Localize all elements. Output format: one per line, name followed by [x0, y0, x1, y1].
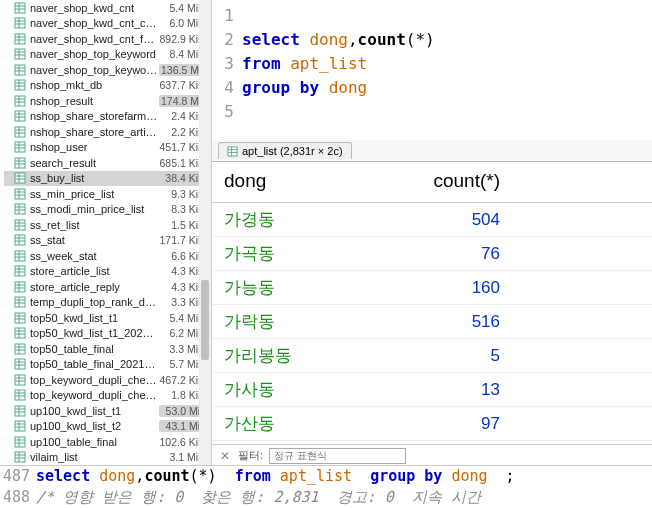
svg-rect-8: [15, 34, 25, 44]
table-item[interactable]: vilaim_list3.1 MiB: [4, 450, 211, 466]
table-icon: [14, 389, 26, 401]
table-item[interactable]: naver_shop_kwd_cnt_fashion892.9 KiB: [4, 31, 211, 47]
result-row[interactable]: 가경동504: [212, 203, 652, 237]
close-icon[interactable]: ✕: [218, 449, 232, 463]
table-item[interactable]: top_keyword_dupli_check_t...1.8 KiB: [4, 388, 211, 404]
svg-rect-36: [15, 142, 25, 152]
table-item[interactable]: nshop_result174.8 MiB: [4, 93, 211, 109]
result-header-col-2[interactable]: count(*): [342, 162, 512, 202]
svg-rect-72: [15, 282, 25, 292]
table-label: naver_shop_kwd_cnt_cust: [30, 17, 159, 29]
table-item[interactable]: naver_shop_kwd_cnt_cust6.0 MiB: [4, 16, 211, 32]
table-item[interactable]: naver_shop_top_keyword8.4 MiB: [4, 47, 211, 63]
table-item[interactable]: top_keyword_dupli_check_t...467.2 KiB: [4, 372, 211, 388]
table-label: nshop_result: [30, 95, 159, 107]
table-item[interactable]: nshop_user451.7 KiB: [4, 140, 211, 156]
table-label: ss_stat: [30, 234, 159, 246]
code-content[interactable]: [242, 100, 652, 124]
table-item[interactable]: top50_table_final3.3 MiB: [4, 341, 211, 357]
table-label: nshop_mkt_db: [30, 79, 159, 91]
code-content[interactable]: select dong,count(*): [242, 28, 652, 52]
code-content[interactable]: [242, 4, 652, 28]
filter-input[interactable]: [269, 448, 406, 464]
result-row[interactable]: 가능동160: [212, 271, 652, 305]
svg-rect-92: [15, 359, 25, 369]
scrollbar-thumb[interactable]: [201, 280, 209, 360]
table-icon: [14, 343, 26, 355]
result-row[interactable]: 가산동97: [212, 407, 652, 441]
svg-rect-104: [15, 406, 25, 416]
table-item[interactable]: up100_table_final102.6 KiB: [4, 434, 211, 450]
table-item[interactable]: nshop_share_store_article_r...2.2 KiB: [4, 124, 211, 140]
table-item[interactable]: ss_ret_list1.5 KiB: [4, 217, 211, 233]
editor-line: 2select dong,count(*): [212, 28, 652, 52]
table-item[interactable]: up100_kwd_list_t243.1 MiB: [4, 419, 211, 435]
editor-line: 1: [212, 4, 652, 28]
table-item[interactable]: top50_kwd_list_t15.4 MiB: [4, 310, 211, 326]
table-item[interactable]: naver_shop_top_keyword_2...136.5 MiB: [4, 62, 211, 78]
table-item[interactable]: ss_buy_list38.4 KiB: [4, 171, 211, 187]
result-tab[interactable]: apt_list (2,831r × 2c): [218, 142, 352, 159]
result-row[interactable]: 가리봉동5: [212, 339, 652, 373]
filter-label: 필터:: [238, 448, 263, 463]
table-icon: [14, 296, 26, 308]
svg-rect-32: [15, 127, 25, 137]
svg-rect-96: [15, 375, 25, 385]
table-item[interactable]: store_article_list4.3 KiB: [4, 264, 211, 280]
table-icon: [14, 203, 26, 215]
log-line-status: 488 /* 영향 받은 행: 0 찾은 행: 2,831 경고: 0 지속 시…: [0, 487, 652, 508]
cell-count: 516: [342, 312, 512, 332]
table-label: up100_kwd_list_t1: [30, 405, 159, 417]
cell-dong: 가곡동: [212, 242, 342, 265]
table-icon: [14, 451, 26, 463]
table-item[interactable]: store_article_reply4.3 KiB: [4, 279, 211, 295]
svg-rect-68: [15, 266, 25, 276]
result-row[interactable]: 가곡동76: [212, 237, 652, 271]
svg-rect-124: [228, 146, 237, 155]
table-item[interactable]: ss_week_stat6.6 KiB: [4, 248, 211, 264]
table-icon: [14, 265, 26, 277]
table-item[interactable]: naver_shop_kwd_cnt5.4 MiB: [4, 0, 211, 16]
table-label: vilaim_list: [30, 451, 159, 463]
table-item[interactable]: nshop_mkt_db637.7 KiB: [4, 78, 211, 94]
table-icon: [14, 188, 26, 200]
table-icon: [14, 420, 26, 432]
table-icon: [14, 141, 26, 153]
table-item[interactable]: ss_stat171.7 KiB: [4, 233, 211, 249]
table-label: ss_buy_list: [30, 172, 159, 184]
svg-rect-108: [15, 421, 25, 431]
table-icon: [14, 64, 26, 76]
svg-rect-24: [15, 96, 25, 106]
table-icon: [14, 2, 26, 14]
table-item[interactable]: temp_dupli_top_rank_data3.3 KiB: [4, 295, 211, 311]
table-item[interactable]: nshop_share_storefarm_list2.4 KiB: [4, 109, 211, 125]
table-item[interactable]: search_result685.1 KiB: [4, 155, 211, 171]
svg-rect-80: [15, 313, 25, 323]
table-icon: [14, 312, 26, 324]
table-label: temp_dupli_top_rank_data: [30, 296, 159, 308]
table-item[interactable]: top50_kwd_list_t1_202101...6.2 MiB: [4, 326, 211, 342]
svg-rect-84: [15, 328, 25, 338]
result-grid[interactable]: dong count(*) 가경동504가곡동76가능동160가락동516가리봉…: [212, 162, 652, 444]
sql-editor[interactable]: 12select dong,count(*)3from apt_list4gro…: [212, 0, 652, 140]
tables-sidebar: naver_shop_kwd_cnt5.4 MiBnaver_shop_kwd_…: [0, 0, 212, 466]
table-label: top50_kwd_list_t1_202101...: [30, 327, 159, 339]
sidebar-scrollbar[interactable]: [199, 0, 211, 466]
table-item[interactable]: ss_modi_min_price_list8.3 KiB: [4, 202, 211, 218]
table-icon: [14, 358, 26, 370]
result-row[interactable]: 가락동516: [212, 305, 652, 339]
table-label: up100_table_final: [30, 436, 159, 448]
table-icon: [14, 436, 26, 448]
result-row[interactable]: 가사동13: [212, 373, 652, 407]
cell-dong: 가리봉동: [212, 344, 342, 367]
result-header-col-1[interactable]: dong: [212, 162, 342, 202]
table-label: top50_table_final: [30, 343, 159, 355]
table-item[interactable]: top50_table_final_202101295.7 MiB: [4, 357, 211, 373]
code-content[interactable]: from apt_list: [242, 52, 652, 76]
table-item[interactable]: up100_kwd_list_t153.0 MiB: [4, 403, 211, 419]
code-content[interactable]: group by dong: [242, 76, 652, 100]
svg-rect-76: [15, 297, 25, 307]
table-label: naver_shop_top_keyword: [30, 48, 159, 60]
result-tab-label: apt_list (2,831r × 2c): [242, 145, 343, 157]
table-item[interactable]: ss_min_price_list9.3 KiB: [4, 186, 211, 202]
